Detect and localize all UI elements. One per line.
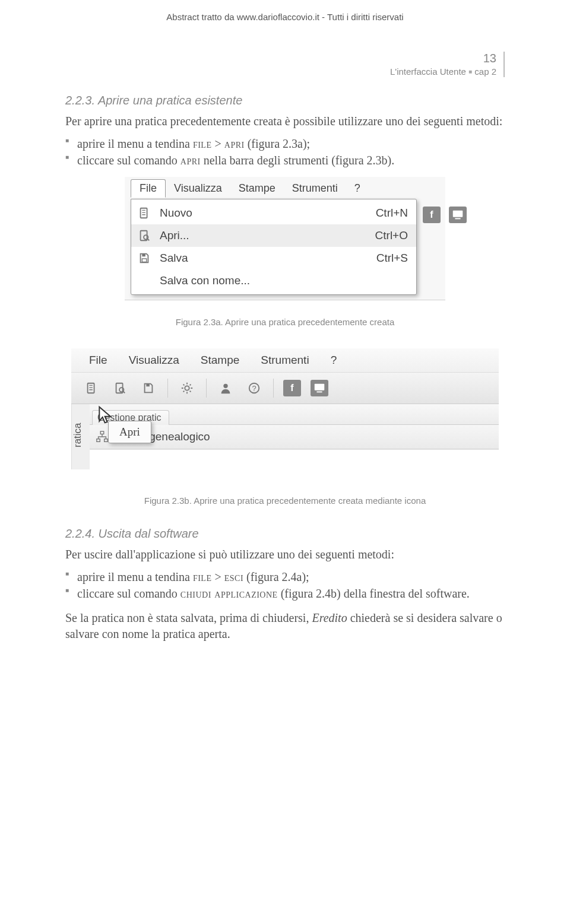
menu-item-label: Salva con nome... <box>160 274 408 287</box>
txt: (figura 2.3a); <box>245 137 311 150</box>
new-file-icon <box>136 205 153 221</box>
txt-sc: file <box>193 137 212 150</box>
help-button[interactable]: ? <box>245 379 264 398</box>
section-223-bullets: aprire il menu a tendina file > apri (fi… <box>65 135 505 169</box>
section-223-heading: 2.2.3. Aprire una pratica esistente <box>65 94 505 107</box>
txt: (figura 2.4a); <box>243 570 309 583</box>
menu-item-label: Apri... <box>160 229 375 242</box>
menu-item-shortcut: Ctrl+O <box>375 229 408 242</box>
menu-strumenti[interactable]: Strumenti <box>250 350 319 370</box>
separator <box>206 379 207 398</box>
svg-rect-10 <box>146 384 150 387</box>
svg-rect-2 <box>141 208 147 218</box>
facebook-icon[interactable]: f <box>423 207 441 223</box>
menu-strumenti[interactable]: Strumenti <box>284 179 346 198</box>
tree-icon <box>96 430 109 443</box>
menu-visualizza[interactable]: Visualizza <box>166 179 230 198</box>
txt-sc: apri <box>180 154 201 167</box>
menu-help[interactable]: ? <box>320 350 348 370</box>
svg-rect-0 <box>453 211 463 217</box>
blank-icon <box>136 272 153 289</box>
section-224-title: Uscita dal software <box>99 527 199 540</box>
menu-item-salva[interactable]: Salva Ctrl+S <box>131 247 416 269</box>
new-button[interactable] <box>82 379 101 398</box>
running-head-left: L'interfaccia Utente <box>390 66 466 77</box>
blank-row <box>90 449 499 468</box>
figure-2-3b: File Visualizza Stampe Strumenti ? <box>65 348 505 487</box>
square-bullet-icon: ■ <box>468 68 472 75</box>
save-icon <box>136 250 153 266</box>
menubar-b: File Visualizza Stampe Strumenti ? <box>71 348 499 372</box>
abstract-header: Abstract tratto da www.darioflaccovio.it… <box>65 12 505 22</box>
section-223-number: 2.2.3. <box>65 94 95 107</box>
file-dropdown: Nuovo Ctrl+N Apri... Ctrl+O Salva Ctrl+S… <box>131 199 417 295</box>
menu-file[interactable]: File <box>131 179 166 198</box>
section-223-title: Aprire una pratica esistente <box>98 94 242 107</box>
bullet-223-2: cliccare sul comando apri nella barra de… <box>65 152 505 169</box>
bullet-223-1: aprire il menu a tendina file > apri (fi… <box>65 135 505 152</box>
open-button[interactable] <box>110 379 129 398</box>
txt-sc: chiudi applicazione <box>180 587 278 600</box>
svg-rect-18 <box>97 439 100 442</box>
menu-help[interactable]: ? <box>346 179 369 198</box>
svg-point-11 <box>185 386 189 390</box>
section-223-lead: Per aprire una pratica precedentemente c… <box>65 113 505 129</box>
section-224-number: 2.2.4. <box>65 527 95 540</box>
menubar-a: File Visualizza Stampe Strumenti ? <box>125 177 445 199</box>
txt: nella barra degli strumenti (figura 2.3b… <box>201 154 395 167</box>
svg-rect-17 <box>100 431 104 434</box>
svg-rect-6 <box>142 259 146 262</box>
svg-rect-15 <box>315 384 325 390</box>
txt: aprire il menu a tendina <box>77 570 193 583</box>
section-224-lead: Per uscire dall'applicazione si può util… <box>65 547 505 563</box>
svg-text:?: ? <box>252 384 256 393</box>
menu-file[interactable]: File <box>78 350 118 370</box>
menu-item-salva-con-nome[interactable]: Salva con nome... <box>131 269 416 292</box>
figure-2-3b-caption: Figura 2.3b. Aprire una pratica preceden… <box>65 496 505 506</box>
svg-rect-5 <box>142 254 145 257</box>
svg-point-12 <box>223 384 227 388</box>
txt: > <box>211 570 224 583</box>
bullet-224-1: aprire il menu a tendina file > esci (fi… <box>65 569 505 585</box>
menu-item-nuovo[interactable]: Nuovo Ctrl+N <box>131 202 416 224</box>
txt: aprire il menu a tendina <box>77 137 193 150</box>
menu-item-label: Nuovo <box>160 207 376 220</box>
gear-button[interactable] <box>178 379 197 398</box>
running-head-right: cap 2 <box>474 66 496 77</box>
figure-2-3a-caption: Figura 2.3a. Aprire una pratica preceden… <box>65 317 505 327</box>
open-file-icon <box>136 227 153 244</box>
txt-sc: apri <box>224 137 245 150</box>
menu-stampe[interactable]: Stampe <box>230 179 284 198</box>
txt-sc: esci <box>224 570 243 583</box>
facebook-icon[interactable]: f <box>283 380 301 396</box>
svg-rect-19 <box>104 439 108 442</box>
menu-item-shortcut: Ctrl+S <box>376 252 408 265</box>
save-button[interactable] <box>139 379 158 398</box>
txt: (figura 2.4b) della finestra del softwar… <box>278 587 470 600</box>
txt-sc: file <box>193 570 212 583</box>
txt: cliccare sul comando <box>77 587 180 600</box>
txt-em: Eredito <box>312 611 347 624</box>
tooltip-apri: Apri <box>108 421 151 443</box>
side-tab[interactable]: ratica <box>71 404 90 469</box>
page-number: 13 <box>483 52 496 65</box>
svg-rect-1 <box>455 218 460 220</box>
txt: > <box>211 137 224 150</box>
running-head: 13 L'interfaccia Utente ■ cap 2 <box>65 52 505 77</box>
menu-visualizza[interactable]: Visualizza <box>118 350 190 370</box>
separator <box>273 379 274 398</box>
menu-item-label: Salva <box>160 252 376 265</box>
dashboard-icon[interactable] <box>449 207 467 223</box>
user-button[interactable] <box>216 379 235 398</box>
section-224-bullets: aprire il menu a tendina file > esci (fi… <box>65 569 505 602</box>
section-224-closing: Se la pratica non è stata salvata, prima… <box>65 610 505 642</box>
txt: cliccare sul comando <box>77 154 180 167</box>
txt: Se la pratica non è stata salvata, prima… <box>65 611 312 624</box>
menu-item-shortcut: Ctrl+N <box>376 207 408 220</box>
figure-2-3a: File Visualizza Stampe Strumenti ? f Nuo… <box>125 177 445 309</box>
menu-item-apri[interactable]: Apri... Ctrl+O <box>131 224 416 247</box>
dashboard-icon[interactable] <box>311 380 328 396</box>
bullet-224-2: cliccare sul comando chiudi applicazione… <box>65 585 505 602</box>
menu-stampe[interactable]: Stampe <box>190 350 250 370</box>
svg-rect-16 <box>316 392 322 393</box>
